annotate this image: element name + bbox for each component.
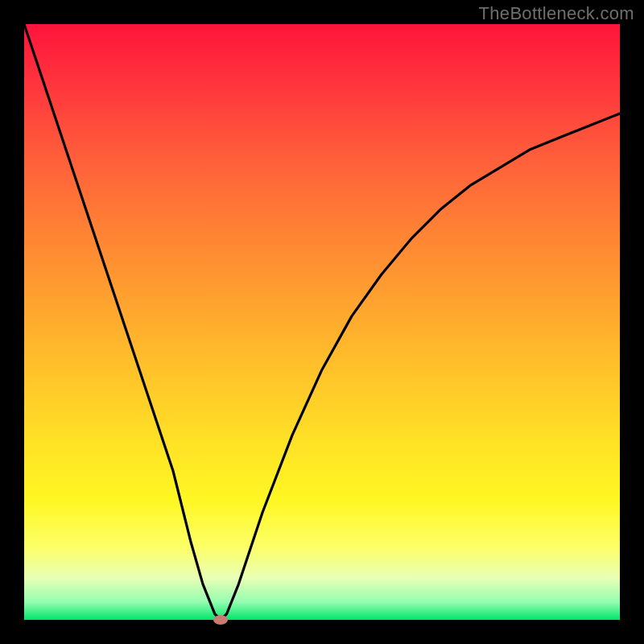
bottleneck-curve	[24, 24, 620, 620]
plot-area	[24, 24, 620, 620]
watermark-text: TheBottleneck.com	[479, 3, 634, 24]
chart-frame: TheBottleneck.com	[0, 0, 644, 644]
optimum-marker	[213, 615, 228, 625]
